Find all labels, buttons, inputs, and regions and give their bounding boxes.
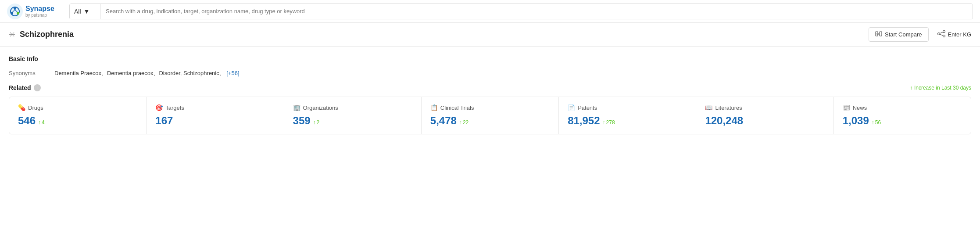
stat-card-drugs[interactable]: 💊Drugs546↑4 [9, 97, 147, 134]
stat-increase-organizations: ↑2 [313, 119, 320, 126]
svg-rect-8 [880, 32, 882, 36]
svg-point-10 [937, 33, 940, 35]
patents-icon: 📄 [568, 104, 575, 111]
synonyms-value: Dementia Praecox、Dementia praecox、Disord… [54, 69, 240, 77]
clinical trials-icon: 📋 [430, 104, 438, 111]
search-input[interactable] [100, 4, 973, 19]
drugs-icon: 💊 [18, 104, 25, 111]
kg-icon [937, 30, 945, 39]
increase-number: 56 [875, 119, 881, 126]
stat-value-organizations: 359 [293, 115, 311, 127]
content-area: Basic Info Synonyms Dementia Praecox、Dem… [0, 47, 980, 134]
increase-arrow-icon: ↑ [910, 85, 912, 91]
svg-point-0 [7, 4, 23, 19]
news-icon: 📰 [843, 104, 850, 111]
stat-value-targets: 167 [155, 115, 173, 127]
related-title-area: Related i [9, 84, 41, 91]
basic-info-section: Basic Info Synonyms Dementia Praecox、Dem… [9, 55, 971, 77]
stat-card-header: 📄Patents [568, 104, 687, 111]
stat-card-header: 📰News [843, 104, 962, 111]
stat-card-header: 📖Literatures [705, 104, 824, 111]
stat-card-header: 🏢Organizations [293, 104, 412, 111]
stat-card-clinical-trials[interactable]: 📋Clinical Trials5,478↑22 [422, 97, 559, 134]
stat-increase-clinical trials: ↑22 [459, 119, 469, 126]
stat-card-targets[interactable]: 🎯Targets167 [147, 97, 284, 134]
increase-label: ↑ Increase in Last 30 days [910, 85, 971, 91]
related-section: Related i ↑ Increase in Last 30 days 💊Dr… [9, 84, 971, 134]
stat-increase-news: ↑56 [872, 119, 881, 126]
stat-label-patents: Patents [578, 105, 597, 111]
svg-point-11 [943, 31, 945, 33]
logo-synapse-label: Synapse [25, 5, 54, 13]
start-compare-button[interactable]: US Start Compare [869, 27, 929, 42]
stat-value-clinical trials: 5,478 [430, 115, 457, 127]
related-header: Related i ↑ Increase in Last 30 days [9, 84, 971, 91]
compare-icon: US [875, 30, 882, 39]
stat-value-row: 1,039↑56 [843, 115, 962, 127]
stat-value-row: 359↑2 [293, 115, 412, 127]
page-title: Schizophrenia [20, 30, 74, 39]
increase-number: 4 [42, 119, 45, 126]
title-bar: ✳ Schizophrenia US Start Compare [0, 23, 980, 47]
stat-increase-drugs: ↑4 [38, 119, 45, 126]
search-bar: All ▼ [69, 4, 973, 19]
stat-value-row: 167 [155, 115, 275, 127]
increase-arrow-icon: ↑ [313, 119, 316, 126]
stat-value-row: 120,248 [705, 115, 824, 127]
stat-value-row: 81,952↑278 [568, 115, 687, 127]
stat-increase-patents: ↑278 [603, 119, 615, 126]
increase-arrow-icon: ↑ [38, 119, 41, 126]
logo-patsnap-label: by patsnap [25, 13, 54, 18]
title-actions: US Start Compare Enter KG [869, 27, 971, 42]
stat-card-header: 📋Clinical Trials [430, 104, 550, 111]
stat-value-news: 1,039 [843, 115, 869, 127]
stat-label-organizations: Organizations [303, 105, 338, 111]
schizophrenia-icon: ✳ [9, 30, 15, 40]
stat-label-news: News [853, 105, 867, 111]
synonyms-label: Synonyms [9, 70, 44, 76]
stat-label-literatures: Literatures [715, 105, 742, 111]
search-filter-dropdown[interactable]: All ▼ [70, 4, 100, 19]
header: Synapse by patsnap All ▼ [0, 0, 980, 23]
stat-card-news[interactable]: 📰News1,039↑56 [834, 97, 971, 134]
synonyms-row: Synonyms Dementia Praecox、Dementia praec… [9, 69, 971, 77]
stats-cards: 💊Drugs546↑4🎯Targets167🏢Organizations359↑… [9, 97, 971, 134]
stat-value-patents: 81,952 [568, 115, 600, 127]
enter-kg-label: Enter KG [948, 31, 971, 38]
stat-card-header: 🎯Targets [155, 104, 275, 111]
related-title: Related [9, 84, 31, 91]
start-compare-label: Start Compare [885, 31, 922, 38]
synapse-logo-icon [7, 4, 23, 19]
stat-value-row: 546↑4 [18, 115, 137, 127]
stat-label-drugs: Drugs [28, 105, 43, 111]
targets-icon: 🎯 [155, 104, 163, 111]
increase-number: 278 [606, 119, 615, 126]
stat-label-targets: Targets [165, 105, 184, 111]
enter-kg-button[interactable]: Enter KG [937, 30, 971, 39]
stat-card-patents[interactable]: 📄Patents81,952↑278 [559, 97, 696, 134]
increase-arrow-icon: ↑ [603, 119, 605, 126]
basic-info-title: Basic Info [9, 55, 971, 62]
title-left: ✳ Schizophrenia [9, 30, 74, 40]
search-filter-label: All [74, 8, 81, 15]
literatures-icon: 📖 [705, 104, 712, 111]
logo: Synapse by patsnap [7, 4, 64, 19]
stat-label-clinical trials: Clinical Trials [440, 105, 474, 111]
stat-value-row: 5,478↑22 [430, 115, 550, 127]
stat-value-literatures: 120,248 [705, 115, 743, 127]
related-info-icon[interactable]: i [34, 84, 41, 91]
chevron-down-icon: ▼ [84, 8, 90, 15]
stat-card-literatures[interactable]: 📖Literatures120,248 [696, 97, 833, 134]
organizations-icon: 🏢 [293, 104, 300, 111]
increase-number: 2 [317, 119, 320, 126]
increase-arrow-icon: ↑ [459, 119, 462, 126]
logo-text: Synapse by patsnap [25, 5, 54, 18]
svg-line-14 [940, 34, 943, 36]
increase-arrow-icon: ↑ [872, 119, 874, 126]
increase-number: 22 [463, 119, 469, 126]
stat-value-drugs: 546 [18, 115, 36, 127]
stat-card-organizations[interactable]: 🏢Organizations359↑2 [284, 97, 422, 134]
synonyms-more-link[interactable]: [+56] [226, 70, 239, 76]
stat-card-header: 💊Drugs [18, 104, 137, 111]
svg-point-2 [14, 7, 16, 10]
